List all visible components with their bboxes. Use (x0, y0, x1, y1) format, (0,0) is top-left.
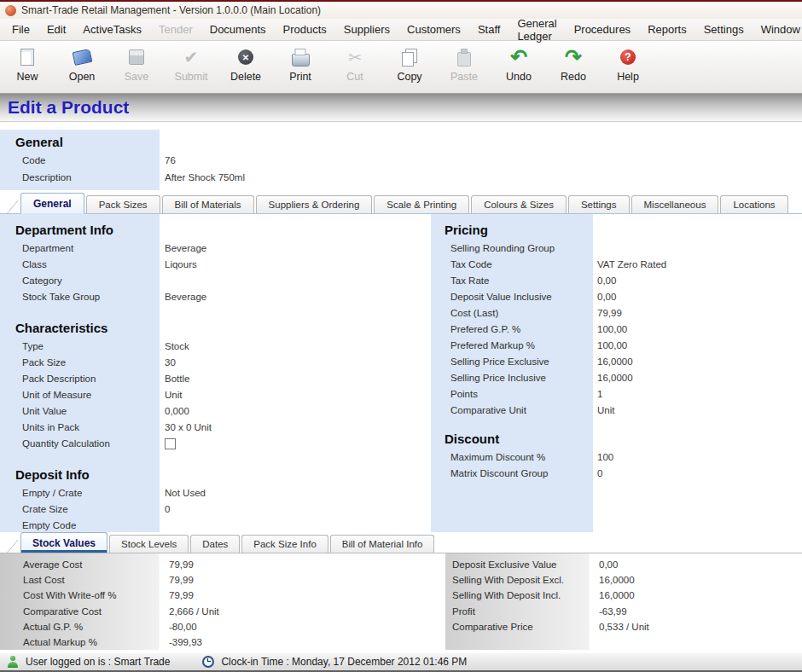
menu-item[interactable]: ActiveTasks (74, 19, 150, 40)
field-value[interactable]: 100 (597, 452, 802, 462)
field-value[interactable] (165, 438, 176, 449)
menu-item[interactable]: Documents (201, 19, 275, 40)
toolbar-button[interactable]: Copy (382, 45, 437, 91)
menu-item[interactable]: Settings (695, 19, 753, 40)
stock-tab[interactable]: Dates (190, 535, 240, 553)
menu-item[interactable]: General Ledger (509, 19, 565, 40)
toolbar-button-label: New (16, 71, 38, 83)
product-tab[interactable]: Scale & Printing (374, 195, 469, 213)
field-value[interactable]: Unit (597, 405, 802, 415)
stat-value: 16,0000 (597, 590, 802, 600)
field-value[interactable]: 100,00 (597, 324, 802, 334)
general-panel: General Code 76 Description After Shock … (0, 130, 802, 190)
field-value[interactable]: VAT Zero Rated (597, 259, 802, 269)
field-value[interactable]: 1 (597, 389, 802, 399)
toolbar-button[interactable]: Help (601, 45, 655, 91)
stock-tab[interactable]: Stock Values (20, 532, 108, 553)
toolbar-button[interactable]: Open (55, 45, 109, 91)
field-value[interactable]: Beverage (165, 292, 431, 302)
field-label: Selling Price Inclusive (431, 373, 597, 383)
stock-tab[interactable]: Bill of Material Info (330, 535, 435, 553)
toolbar-button[interactable]: Cut (328, 45, 382, 91)
menu-item[interactable]: Edit (38, 19, 74, 40)
stock-tab[interactable]: Pack Size Info (241, 535, 328, 553)
stock-values-panel: Average Cost 79,99 Last Cost 79,99 Cost … (0, 553, 802, 650)
field-value[interactable]: 0 (165, 504, 431, 514)
logged-on-user-text: User logged on is : Smart Trade (26, 656, 170, 668)
field-value[interactable]: 0,00 (597, 275, 802, 286)
stat-row: Cost With Write-off % 79,99 (0, 588, 445, 603)
field-value[interactable]: 30 x 0 Unit (165, 422, 431, 432)
menu-item[interactable]: Staff (469, 19, 509, 40)
product-tab[interactable]: Colours & Sizes (471, 195, 567, 213)
toolbar-button[interactable]: Undo (491, 45, 546, 91)
product-tab[interactable]: Settings (568, 195, 630, 213)
toolbar: New Open Save Submit Delete Print Cut (0, 41, 802, 94)
menu-item[interactable]: Products (275, 19, 335, 40)
toolbar-button[interactable]: Print (273, 45, 328, 91)
toolbar-button[interactable]: New (0, 45, 55, 91)
window-titlebar: Smart-Trade Retail Management - Version … (0, 0, 802, 19)
stat-row: Comparative Cost 2,666 / Unit (0, 604, 445, 619)
toolbar-button[interactable]: Paste (437, 45, 491, 91)
product-tab[interactable]: Locations (720, 195, 787, 213)
field-value[interactable]: Bottle (165, 374, 431, 384)
form-row: Empty / Crate Not Used (0, 484, 431, 501)
stat-row: Deposit Exclusive Value 0,00 (445, 557, 802, 572)
field-value[interactable]: 0,00 (597, 292, 802, 302)
menu-item[interactable]: Procedures (566, 19, 639, 40)
form-row: Empty Code (0, 517, 431, 532)
product-tab[interactable]: Miscellaneous (631, 195, 719, 213)
menu-item[interactable]: Reports (639, 19, 695, 40)
pricing-fields: Selling Rounding Group Tax Code VAT Zero… (431, 240, 802, 418)
menu-item[interactable]: Tender (150, 19, 201, 40)
general-tab-content: Department Info Department Beverage Clas… (0, 214, 802, 532)
window-title: Smart-Trade Retail Management - Version … (21, 4, 321, 16)
toolbar-button[interactable]: Delete (218, 45, 273, 91)
field-value[interactable]: Not Used (165, 488, 431, 498)
section-heading-general: General (0, 133, 802, 152)
field-label: Unit of Measure (0, 390, 165, 400)
field-value[interactable]: 76 (165, 155, 802, 165)
print-icon (288, 45, 312, 69)
field-label: Deposit Value Inclusive (431, 292, 597, 302)
menu-item[interactable]: Suppliers (335, 19, 398, 40)
field-value[interactable]: Liqours (165, 259, 431, 269)
field-value[interactable]: 100,00 (597, 340, 802, 350)
toolbar-button[interactable]: Save (109, 45, 164, 91)
field-value[interactable]: 0,000 (165, 406, 431, 416)
field-value[interactable]: 79,99 (597, 308, 802, 318)
product-tab[interactable]: Suppliers & Ordering (256, 195, 373, 213)
form-row: Category (0, 272, 431, 288)
menu-item[interactable]: Window (753, 19, 802, 40)
form-row: Crate Size 0 (0, 501, 431, 517)
toolbar-button[interactable]: Redo (546, 45, 601, 91)
app-icon (5, 5, 16, 16)
product-tab[interactable]: General (20, 193, 84, 214)
stock-tab-strip: Stock ValuesStock LevelsDatesPack Size I… (0, 532, 802, 553)
product-tab[interactable]: Pack Sizes (86, 195, 160, 213)
field-value[interactable]: After Shock 750ml (165, 172, 802, 182)
menu-item[interactable]: File (3, 19, 38, 40)
section-heading-pricing: Pricing (431, 221, 802, 240)
toolbar-button-label: Save (125, 71, 149, 83)
stock-tab[interactable]: Stock Levels (109, 535, 189, 553)
product-tab[interactable]: Bill of Materials (162, 195, 254, 213)
stat-row: Actual Markup % -399,93 (0, 634, 445, 650)
field-value[interactable]: Beverage (165, 243, 431, 253)
delete-icon (234, 45, 258, 69)
undo-icon (507, 45, 531, 69)
toolbar-button[interactable]: Submit (164, 45, 218, 91)
field-value[interactable]: 0 (597, 468, 802, 478)
field-value[interactable]: 16,0000 (597, 373, 802, 383)
form-row: Class Liqours (0, 256, 431, 272)
menu-item[interactable]: Customers (398, 19, 469, 40)
field-value[interactable]: Stock (165, 341, 431, 351)
field-label: Prefered Markup % (431, 340, 597, 350)
form-row: Prefered Markup % 100,00 (431, 337, 802, 353)
form-row: Description After Shock 750ml (0, 169, 802, 186)
field-value[interactable]: Unit (165, 390, 431, 400)
general-fields: Code 76 Description After Shock 750ml (0, 152, 802, 186)
field-value[interactable]: 16,0000 (597, 356, 802, 367)
field-value[interactable]: 30 (165, 357, 431, 368)
